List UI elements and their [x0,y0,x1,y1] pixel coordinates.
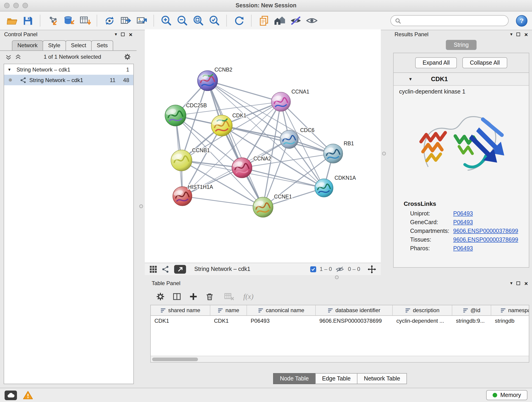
gene-header[interactable]: ▾ CDK1 [394,73,529,86]
tab-network-table[interactable]: Network Table [357,373,407,384]
save-session-button[interactable] [21,13,35,28]
tree-collapse-icon[interactable]: ▾ [8,67,14,72]
collapse-all-button[interactable]: Collapse All [462,57,507,68]
table-cell[interactable]: stringdb:9... [452,316,491,325]
crosslink-label: Compartments: [410,228,453,234]
tab-sets[interactable]: Sets [91,40,113,51]
network-icon [20,77,27,83]
panel-float-icon[interactable] [517,32,520,36]
import-table-button[interactable] [77,13,92,28]
panel-menu-icon[interactable]: ▾ [115,32,117,37]
table-cell[interactable]: CDK1 [151,316,210,325]
copy-document-button[interactable] [257,13,271,28]
network-tree-row[interactable]: ▾String Network – cdk11 [4,64,133,75]
scrollbar-thumb[interactable] [152,357,198,361]
tab-node-table[interactable]: Node Table [273,373,316,384]
network-graph[interactable]: CCNB2CCNA1CDC25BCDK1CDC6RB1CCNB1CCNA2CDK… [145,29,381,263]
close-button[interactable] [4,3,10,8]
column-header-label: canonical name [266,307,304,313]
add-column-icon[interactable] [189,292,198,301]
search-box[interactable] [390,15,509,26]
birdseye-view-button[interactable] [174,265,186,274]
cloud-button[interactable] [5,390,17,400]
import-network-database-button[interactable] [61,13,76,28]
column-header-database-identifier[interactable]: database identifier [316,305,393,315]
import-network-file-button[interactable] [45,13,60,28]
crosslink-link[interactable]: 9606.ENSP00000378699 [453,228,518,234]
column-header-namespace[interactable]: namespace [491,305,529,315]
network-from-selection-button[interactable] [102,13,116,28]
table-cell[interactable]: cyclin-dependent ... [393,316,452,325]
panel-menu-icon[interactable]: ▾ [510,32,513,37]
splitter-handle[interactable] [382,152,386,155]
table-cell[interactable]: 9606.ENSP00000378699 [316,316,393,325]
column-header-canonical-name[interactable]: canonical name [247,305,316,315]
maximize-button[interactable] [22,3,28,8]
zoom-fit-button[interactable] [191,13,205,28]
search-input[interactable] [404,17,504,24]
export-table-button[interactable] [118,13,133,28]
crosslink-link[interactable]: 9606.ENSP00000378699 [453,236,518,243]
panel-float-icon[interactable] [121,32,125,36]
horizontal-scrollbar[interactable] [151,356,529,362]
table-import-icon [79,15,90,27]
collapse-section-icon[interactable]: ▾ [409,76,412,82]
network-edge[interactable] [182,196,263,207]
panel-menu-icon[interactable]: ▾ [510,281,513,286]
network-edge[interactable] [208,81,281,102]
export-image-button[interactable] [134,13,148,28]
network-canvas[interactable]: CCNB2CCNA1CDC25BCDK1CDC6RB1CCNB1CCNA2CDK… [145,29,381,263]
crosslink-link[interactable]: P06493 [453,210,473,217]
tab-select[interactable]: Select [65,40,92,51]
table-cell[interactable]: stringdb [491,316,529,325]
tab-edge-table[interactable]: Edge Table [315,373,358,384]
home-button[interactable] [273,13,287,28]
move-crosshair-icon[interactable] [367,265,376,274]
crosslink-link[interactable]: P06493 [453,245,473,251]
column-header--id[interactable]: @id [452,305,491,315]
minimize-button[interactable] [13,3,19,8]
column-header-description[interactable]: description [393,305,452,315]
panel-close-icon[interactable]: × [525,32,528,37]
share-network-icon[interactable] [162,265,170,273]
network-edge[interactable] [222,126,333,153]
gear-icon[interactable] [156,292,165,301]
crosslink-link[interactable]: P06493 [453,219,473,225]
table-cell[interactable]: CDK1 [210,316,247,325]
splitter-handle[interactable] [139,204,143,208]
panel-float-icon[interactable] [517,281,520,285]
expand-all-button[interactable]: Expand All [415,57,457,68]
hide-selected-button[interactable] [289,13,303,28]
table-cell[interactable]: P06493 [247,316,316,325]
columns-icon[interactable] [172,292,181,301]
grid-view-icon[interactable] [149,265,157,273]
collapse-all-icon[interactable] [6,54,12,60]
warning-icon[interactable] [23,390,33,400]
column-header-shared-name[interactable]: shared name [151,305,210,315]
refresh-button[interactable] [232,13,246,28]
open-session-button[interactable] [5,13,19,28]
zoom-in-button[interactable] [159,13,173,28]
show-all-button[interactable] [305,13,319,28]
table-row[interactable]: CDK1CDK1P064939606.ENSP00000378699cyclin… [151,316,529,325]
gear-icon[interactable] [124,53,131,61]
panel-close-icon[interactable]: × [525,280,528,286]
tab-string[interactable]: String [446,40,476,50]
hidden-eye-icon[interactable] [336,266,344,273]
panel-close-icon[interactable]: × [129,32,133,37]
tab-style[interactable]: Style [43,40,66,51]
zoom-selected-button[interactable] [207,13,221,28]
delete-column-icon[interactable] [205,292,214,301]
function-builder-button[interactable]: f(x) [243,293,253,301]
network-tree-row[interactable]: String Network – cdk11148 [4,75,133,85]
network-edge[interactable] [208,81,263,207]
zoom-out-button[interactable] [175,13,189,28]
column-header-name[interactable]: name [210,305,247,315]
expand-all-icon[interactable] [15,54,21,60]
tab-network[interactable]: Network [12,40,43,51]
help-button[interactable]: ? [516,15,527,26]
splitter-handle[interactable] [335,275,339,279]
documents-icon [258,15,270,27]
memory-button[interactable]: Memory [486,390,527,400]
selected-nodes-checkbox[interactable] [310,266,316,272]
